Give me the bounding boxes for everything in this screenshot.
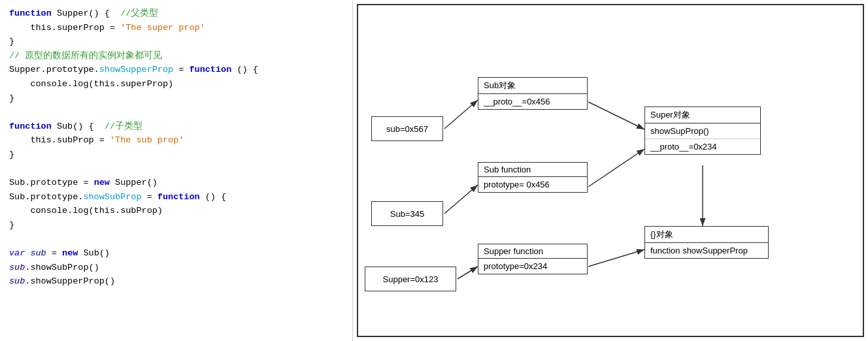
sub-func-box: Sub function prototype= 0x456 — [478, 162, 588, 193]
sub-func-title: Sub function — [478, 163, 587, 177]
sub-obj-box: Sub对象 __proto__=0x456 — [478, 77, 588, 110]
sub-obj-proto: __proto__=0x456 — [478, 94, 587, 109]
code-line-10: this.subProp = 'The sub prop' — [9, 133, 343, 148]
super-obj-proto: __proto__=0x234 — [645, 139, 760, 154]
code-line-5: Supper.prototype.showSupperProp = functi… — [9, 63, 343, 77]
sub-val-label: Sub=345 — [390, 209, 424, 219]
code-line-6: console.log(this.superProp) — [9, 77, 343, 91]
svg-line-6 — [588, 250, 644, 267]
code-line-9: function Sub() { //子类型 — [9, 120, 343, 134]
code-line-15: console.log(this.subProp) — [9, 204, 343, 218]
svg-line-3 — [458, 267, 478, 279]
sub-obj-title: Sub对象 — [478, 78, 587, 94]
code-line-13: Sub.prototype = new Supper() — [9, 176, 343, 190]
super-obj-box: Super对象 showSupProp() __proto__=0x234 — [644, 106, 761, 155]
code-line-19: sub.showSubProp() — [9, 261, 343, 275]
svg-line-1 — [444, 100, 478, 129]
supper-func-box: Supper function prototype=0x234 — [478, 244, 588, 274]
code-line-14: Sub.prototype.showSubProp = function () … — [9, 190, 343, 204]
keyword-function: function — [9, 8, 52, 18]
code-line-7: } — [9, 91, 343, 106]
supper-func-proto: prototype=0x234 — [478, 259, 587, 274]
sub-val-box: Sub=345 — [371, 201, 443, 226]
diagram-panel: sub=0x567 Sub=345 Supper=0x123 Sub对象 __p… — [357, 4, 864, 337]
code-line-4: // 原型的数据所有的实例对象都可见 — [9, 49, 343, 63]
code-line-18: var sub = new Sub() — [9, 246, 343, 261]
code-line-17 — [9, 233, 343, 247]
code-line-1: function Supper() { //父类型 — [9, 7, 343, 21]
sub-var-box: sub=0x567 — [371, 116, 443, 141]
code-line-11: } — [9, 148, 343, 162]
empty-obj-box: {}对象 function showSupperProp — [644, 226, 769, 259]
sub-var-label: sub=0x567 — [386, 124, 428, 134]
svg-line-5 — [588, 149, 644, 187]
svg-line-2 — [444, 185, 478, 214]
supper-val-label: Supper=0x123 — [383, 274, 439, 284]
supper-val-box: Supper=0x123 — [365, 267, 456, 291]
empty-obj-title: {}对象 — [645, 227, 768, 243]
super-obj-title: Super对象 — [645, 107, 760, 123]
code-panel: function Supper() { //父类型 this.superProp… — [0, 0, 353, 341]
sub-func-proto: prototype= 0x456 — [478, 177, 587, 192]
empty-obj-method: function showSupperProp — [645, 243, 768, 258]
code-line-16: } — [9, 218, 343, 233]
code-line-3: } — [9, 35, 343, 49]
code-line-8 — [9, 105, 343, 120]
super-obj-method: showSupProp() — [645, 123, 760, 139]
code-line-12 — [9, 162, 343, 176]
supper-func-title: Supper function — [478, 244, 587, 259]
svg-line-4 — [588, 102, 644, 129]
code-line-2: this.superProp = 'The super prop' — [9, 21, 343, 35]
code-line-20: sub.showSupperProp() — [9, 274, 343, 289]
